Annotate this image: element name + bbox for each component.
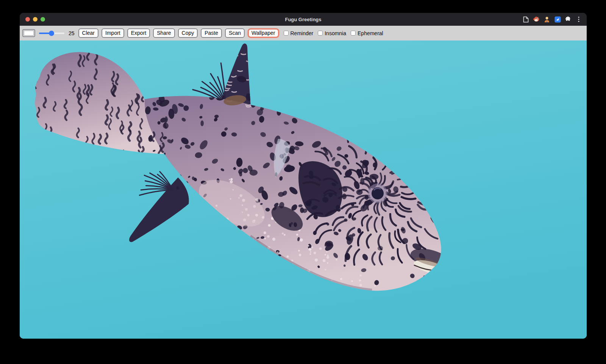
scan-button[interactable]: Scan (225, 28, 245, 38)
app-window: Fugu Greetings (20, 13, 587, 339)
drawing-toolbar: 25 Clear Import Export Share Copy Paste … (20, 26, 587, 40)
drawing-canvas[interactable] (20, 40, 587, 339)
pufferfish-photo (20, 40, 587, 339)
titlebar-icon-group (522, 13, 582, 26)
ephemeral-checkbox-group[interactable]: Ephemeral (351, 30, 383, 36)
person-icon[interactable] (544, 16, 550, 23)
slider-thumb[interactable] (49, 31, 54, 36)
pen-size-value: 25 (69, 30, 75, 36)
zoom-button[interactable] (41, 17, 45, 22)
pen-size-slider[interactable] (39, 30, 65, 36)
import-button[interactable]: Import (102, 28, 124, 38)
app-badge-icon[interactable] (554, 16, 561, 23)
clear-button[interactable]: Clear (78, 28, 98, 38)
extensions-puzzle-icon[interactable] (565, 16, 572, 23)
insomnia-label: Insomnia (325, 30, 346, 36)
document-icon[interactable] (522, 16, 529, 23)
paste-button[interactable]: Paste (201, 28, 222, 38)
ephemeral-label: Ephemeral (358, 30, 383, 36)
insomnia-checkbox[interactable] (318, 31, 323, 36)
titlebar: Fugu Greetings (20, 13, 587, 26)
wallpaper-button[interactable]: Wallpaper (248, 28, 279, 38)
close-button[interactable] (25, 17, 30, 22)
traffic-lights (25, 17, 45, 22)
color-picker-value (24, 31, 34, 36)
insomnia-checkbox-group[interactable]: Insomnia (318, 30, 346, 36)
reminder-checkbox[interactable] (284, 31, 289, 36)
overflow-menu-icon[interactable] (575, 16, 582, 23)
color-picker-input[interactable] (22, 29, 35, 37)
window-title: Fugu Greetings (20, 17, 587, 22)
export-button[interactable]: Export (127, 28, 150, 38)
copy-button[interactable]: Copy (178, 28, 198, 38)
reminder-checkbox-group[interactable]: Reminder (284, 30, 314, 36)
reminder-label: Reminder (291, 30, 314, 36)
minimize-button[interactable] (33, 17, 37, 22)
share-button[interactable]: Share (153, 28, 175, 38)
ephemeral-checkbox[interactable] (351, 31, 356, 36)
pufferfish-icon[interactable] (533, 16, 540, 23)
